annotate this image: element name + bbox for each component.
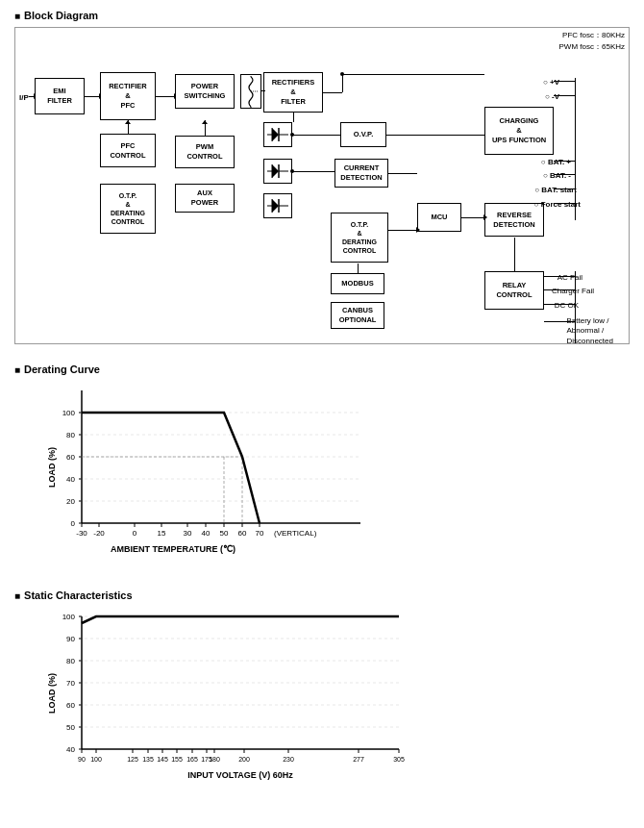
svg-text:40: 40 [66, 475, 75, 484]
svg-text:50: 50 [66, 723, 75, 732]
arrowhead-mcu-rev [483, 214, 487, 220]
svg-text:100: 100 [90, 756, 102, 763]
mcu-box: MCU [417, 203, 461, 232]
arrow-rect-pwrsw [156, 96, 175, 97]
svg-text:15: 15 [158, 529, 166, 538]
svg-text:50: 50 [220, 529, 229, 538]
svg-text:40: 40 [202, 529, 211, 538]
output-charger-fail: Charger Fail [552, 287, 594, 295]
svg-text:135: 135 [142, 756, 154, 763]
arrow-trans-rectfilt [261, 90, 265, 91]
svg-text:180: 180 [209, 756, 220, 763]
svg-text:90: 90 [78, 756, 86, 763]
pfc-control-box: PFCCONTROL [100, 134, 156, 167]
output-ac-fail: AC Fail [557, 273, 582, 282]
svg-text:70: 70 [256, 529, 264, 538]
svg-text:60: 60 [66, 453, 75, 462]
svg-marker-10 [272, 164, 279, 178]
svg-text:-30: -30 [76, 529, 87, 538]
svg-text:125: 125 [127, 756, 138, 763]
svg-text:90: 90 [66, 635, 75, 643]
svg-text:0: 0 [71, 519, 76, 528]
ip-label: I/P [19, 93, 29, 102]
line-sw1-ovp [292, 135, 340, 136]
svg-text:AMBIENT TEMPERATURE (℃): AMBIENT TEMPERATURE (℃) [111, 544, 235, 554]
svg-text:20: 20 [66, 497, 75, 506]
svg-text:0: 0 [133, 529, 137, 538]
power-switching-box: POWERSWITCHING [175, 74, 235, 109]
otp2-box: O.T.P.&DERATINGCONTROL [331, 213, 388, 263]
aux-power-box: AUXPOWER [175, 184, 235, 213]
static-title: Static Characteristics [14, 590, 630, 601]
canbus-box: CANBUSOPTIONAL [331, 302, 384, 329]
arrow-otp2-mcu [388, 230, 417, 231]
line-rectfilt-down [293, 113, 294, 122]
relay-control-box: RELAYCONTROL [484, 271, 544, 310]
arrow-emi-rect [85, 96, 100, 97]
arrowhead-pwm-pwrsw [202, 120, 208, 124]
svg-text:80: 80 [66, 657, 75, 665]
svg-text:60: 60 [238, 529, 247, 538]
output-force-start: ○ Force start [534, 200, 581, 209]
svg-marker-15 [272, 199, 279, 213]
switch-bottom [263, 193, 292, 218]
freq-info: PFC fosc：80KHzPWM fosc：65KHz [559, 30, 625, 53]
static-chart-svg: 40 50 60 70 80 90 100 [34, 607, 437, 785]
svg-text:230: 230 [283, 756, 294, 763]
arrow-currdet-mcu [388, 173, 417, 174]
arrow-ovp-charging [386, 135, 484, 136]
dot3 [290, 169, 294, 173]
output-bat-start: ○ BAT. start [534, 186, 577, 194]
svg-text:145: 145 [157, 756, 168, 763]
line-sw2-currdet [292, 171, 334, 172]
svg-text:60: 60 [66, 701, 75, 710]
dot1 [340, 72, 344, 76]
svg-text:80: 80 [66, 431, 75, 439]
output-plusv: ○ +V [543, 78, 559, 87]
block-diagram-title: Block Diagram [14, 10, 630, 21]
output-bat-minus: ○ BAT. - [543, 171, 571, 180]
svg-text:200: 200 [238, 756, 250, 763]
svg-text:277: 277 [353, 756, 364, 763]
derating-chart-svg: 0 20 40 60 80 100 -30 [34, 381, 418, 559]
static-chart-wrapper: 40 50 60 70 80 90 100 [34, 607, 630, 787]
vline-rectfilt-top [342, 74, 343, 92]
rectifiers-filter-box: RECTIFIERS&FILTER [263, 72, 323, 113]
output-battery-low: Battery low /Abnormal /Disconnected [567, 316, 613, 346]
vline-relay-reverse [514, 238, 515, 271]
svg-text:305: 305 [393, 756, 405, 763]
svg-text:30: 30 [184, 529, 192, 538]
svg-text:INPUT VOLTAGE (V) 60Hz: INPUT VOLTAGE (V) 60Hz [187, 770, 293, 780]
svg-text:100: 100 [62, 409, 76, 417]
line-rectfilt-right [323, 92, 342, 93]
switch-middle [263, 159, 292, 184]
pwm-control-box: PWMCONTROL [175, 136, 235, 168]
arrowhead-pfcctrl-rect [125, 120, 131, 124]
derating-title: Derating Curve [14, 364, 630, 375]
svg-marker-5 [272, 128, 279, 141]
svg-text:70: 70 [66, 679, 75, 688]
switch-top [263, 122, 292, 147]
output-minusv: ○ -V [545, 92, 559, 101]
svg-text:40: 40 [66, 745, 75, 754]
svg-text:165: 165 [186, 756, 198, 763]
emi-filter-box: EMIFILTER [35, 78, 85, 114]
arrowhead-otp2-mcu [416, 227, 420, 233]
arrow-mcu-rev [461, 217, 484, 218]
static-characteristics-section: Static Characteristics 40 50 60 70 [14, 590, 630, 787]
transformer-symbol [240, 74, 261, 109]
modbus-box: MODBUS [331, 273, 384, 294]
output-bat-plus: ○ BAT. + [541, 158, 571, 166]
line-modbus-up [358, 263, 359, 273]
charging-ups-box: CHARGING&UPS FUNCTION [484, 107, 554, 155]
svg-text:100: 100 [62, 613, 76, 621]
svg-text:155: 155 [171, 756, 183, 763]
svg-text:-20: -20 [93, 529, 105, 538]
dot2 [290, 133, 294, 137]
svg-text:LOAD (%): LOAD (%) [47, 673, 57, 714]
derating-section: Derating Curve 0 20 40 60 [14, 364, 630, 561]
derating-chart-wrapper: 0 20 40 60 80 100 -30 [34, 381, 630, 561]
ovp-box: O.V.P. [340, 122, 386, 147]
svg-text:LOAD (%): LOAD (%) [47, 447, 57, 488]
output-dc-ok: DC OK [555, 301, 579, 310]
